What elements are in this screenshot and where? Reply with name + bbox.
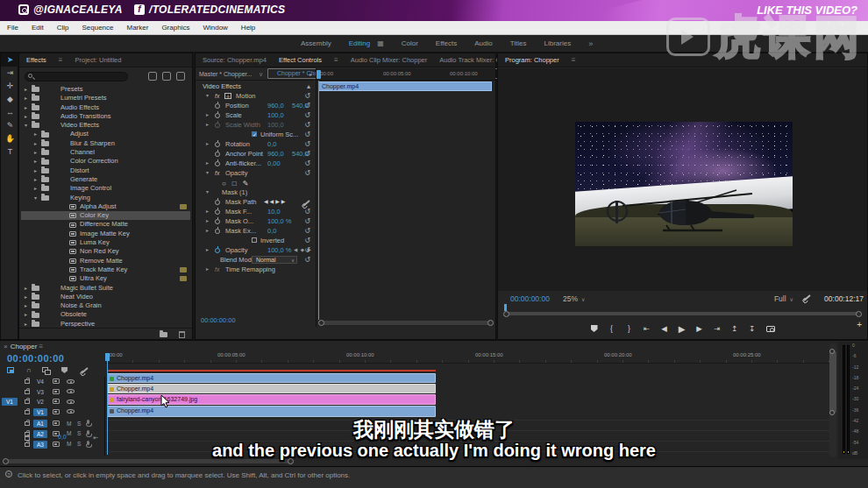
- effects-tree-item[interactable]: Presets: [21, 85, 190, 94]
- keyframe-nav-icons[interactable]: ◀◀▶▶: [264, 197, 287, 207]
- scroll-handle-right[interactable]: [487, 320, 494, 326]
- source-patch-button[interactable]: V1: [2, 398, 18, 406]
- razor-tool[interactable]: ◆: [1, 93, 19, 106]
- effects-tree-item[interactable]: Color Correction: [21, 157, 190, 166]
- chevron-icon[interactable]: ▾: [206, 168, 209, 178]
- chevron-icon[interactable]: ▾: [206, 91, 209, 101]
- workspace-overflow-icon[interactable]: »: [588, 39, 593, 48]
- tree-chevron-icon[interactable]: [34, 130, 41, 138]
- tree-chevron-icon[interactable]: [25, 320, 32, 327]
- filter-yuv-icon[interactable]: [176, 72, 185, 81]
- workspace-tab-libraries[interactable]: Libraries: [544, 39, 571, 47]
- timeline-timecode[interactable]: 00:00:00:00: [7, 353, 64, 364]
- workspace-tab-assembly[interactable]: Assembly: [301, 39, 331, 47]
- tab-audio-clip-mixer[interactable]: Audio Clip Mixer: Chopper: [351, 56, 428, 64]
- lock-icon[interactable]: [25, 421, 30, 426]
- program-scrubber[interactable]: [505, 312, 860, 315]
- reset-button[interactable]: ↺: [304, 149, 310, 159]
- effects-tree-item[interactable]: Keying: [21, 194, 190, 202]
- scrollbar-thumb[interactable]: [829, 350, 836, 414]
- go-to-out-button[interactable]: ⇥: [714, 324, 721, 333]
- tree-chevron-icon[interactable]: [25, 310, 32, 319]
- effects-tree-item[interactable]: Perspective: [21, 320, 190, 327]
- clip-v1-chopper[interactable]: Chopper.mp4: [107, 406, 436, 417]
- stopwatch-icon[interactable]: [215, 142, 220, 147]
- filter-32bit-icon[interactable]: [162, 72, 171, 81]
- menu-clip[interactable]: Clip: [57, 24, 69, 32]
- stopwatch-icon[interactable]: [215, 219, 220, 224]
- menu-graphics[interactable]: Graphics: [161, 24, 189, 32]
- menu-sequence[interactable]: Sequence: [82, 24, 113, 32]
- program-timecode[interactable]: 00:00:00:00: [510, 292, 550, 306]
- track-target-button[interactable]: V2: [33, 398, 47, 406]
- effects-tree-item[interactable]: Obsolete: [21, 310, 190, 319]
- lock-icon[interactable]: [25, 390, 30, 394]
- effects-tree-item[interactable]: Alpha Adjust: [21, 202, 190, 211]
- reset-button[interactable]: ↺: [304, 236, 310, 245]
- tree-chevron-icon[interactable]: [25, 112, 32, 121]
- reset-button[interactable]: ↺: [304, 168, 310, 178]
- menu-window[interactable]: Window: [203, 24, 227, 32]
- effect-time-remapping[interactable]: ▸ fx Time Remapping: [196, 265, 315, 274]
- uniform-scale-checkbox[interactable]: ✓: [252, 131, 257, 137]
- workspace-tab-color[interactable]: Color: [402, 39, 418, 47]
- track-target-button[interactable]: A1: [33, 420, 47, 428]
- scroll-handle-left[interactable]: [3, 458, 9, 464]
- inverted-checkbox[interactable]: [252, 237, 257, 243]
- reset-button[interactable]: ↺: [304, 245, 310, 255]
- playback-resolution-select[interactable]: Full∨: [774, 292, 793, 307]
- rotation-value[interactable]: 0,0: [267, 139, 276, 149]
- chevron-icon[interactable]: ▸: [206, 226, 209, 236]
- sync-lock-icon[interactable]: [53, 409, 60, 414]
- effects-tree-item[interactable]: Lumetri Presets: [21, 94, 190, 103]
- snap-icon[interactable]: ∩: [26, 366, 32, 374]
- scroll-handle-bottom[interactable]: [829, 410, 835, 415]
- panel-menu-icon[interactable]: ≡: [59, 56, 63, 64]
- anchor-x-value[interactable]: 960,0: [267, 149, 284, 159]
- effects-tree-item[interactable]: Blur & Sharpen: [21, 139, 190, 148]
- reset-button[interactable]: ↺: [304, 226, 310, 236]
- voiceover-mic-icon[interactable]: [87, 420, 89, 424]
- tree-chevron-icon[interactable]: [25, 284, 32, 293]
- reset-button[interactable]: ↺: [304, 91, 310, 101]
- effects-tree-item[interactable]: Ultra Key: [21, 274, 190, 283]
- workspace-tab-effects[interactable]: Effects: [436, 39, 457, 47]
- new-bin-icon[interactable]: [160, 332, 167, 337]
- tree-chevron-icon[interactable]: [25, 94, 32, 103]
- stopwatch-icon[interactable]: [215, 229, 220, 234]
- stopwatch-icon[interactable]: [215, 152, 220, 157]
- lock-icon[interactable]: [25, 410, 30, 414]
- effects-tree-item[interactable]: Channel: [21, 148, 190, 157]
- mask-opacity-value[interactable]: 100,0 %: [267, 216, 292, 226]
- mark-out-button[interactable]: }: [626, 324, 633, 333]
- workspace-tab-editing[interactable]: Editing: [349, 39, 370, 47]
- add-marker-button[interactable]: [591, 325, 598, 332]
- effects-tree-item[interactable]: Video Effects: [21, 121, 190, 130]
- effects-tree-item[interactable]: Distort: [21, 166, 190, 175]
- effects-tree-item[interactable]: Non Red Key: [21, 247, 190, 256]
- reset-button[interactable]: ↺: [304, 110, 310, 120]
- effects-tree-item[interactable]: Noise & Grain: [21, 301, 190, 310]
- tree-chevron-icon[interactable]: [34, 194, 41, 202]
- reset-button[interactable]: ↺: [304, 130, 310, 139]
- zoom-level-select[interactable]: 25%∨: [563, 292, 585, 307]
- track-output-eye-icon[interactable]: [67, 409, 75, 414]
- effect-motion[interactable]: ▾ fx ✛ Motion ↺: [196, 91, 315, 101]
- panel-menu-icon[interactable]: ≡: [572, 56, 576, 64]
- tree-chevron-icon[interactable]: [34, 148, 41, 157]
- effects-tree-item[interactable]: Generate: [21, 175, 190, 184]
- ec-timeline-ruler[interactable]: 00:0000:00:05:0000:00:10:00: [317, 68, 495, 81]
- reset-button[interactable]: ↺: [304, 207, 310, 216]
- effects-search-input[interactable]: [25, 72, 128, 81]
- lock-icon[interactable]: [25, 436, 30, 441]
- type-tool[interactable]: T: [1, 145, 19, 159]
- hand-tool[interactable]: ✋: [1, 132, 19, 145]
- effects-tree-item[interactable]: Difference Matte: [21, 220, 190, 229]
- master-gain-value[interactable]: 0,0: [58, 434, 67, 440]
- workspace-tab-audio[interactable]: Audio: [474, 39, 492, 47]
- extract-button[interactable]: ↧: [749, 324, 756, 333]
- scroll-handle-top[interactable]: [829, 349, 835, 354]
- reset-button[interactable]: ↺: [304, 120, 310, 130]
- pen-tool[interactable]: ✎: [1, 119, 19, 132]
- panel-menu-icon[interactable]: ≡: [334, 56, 338, 64]
